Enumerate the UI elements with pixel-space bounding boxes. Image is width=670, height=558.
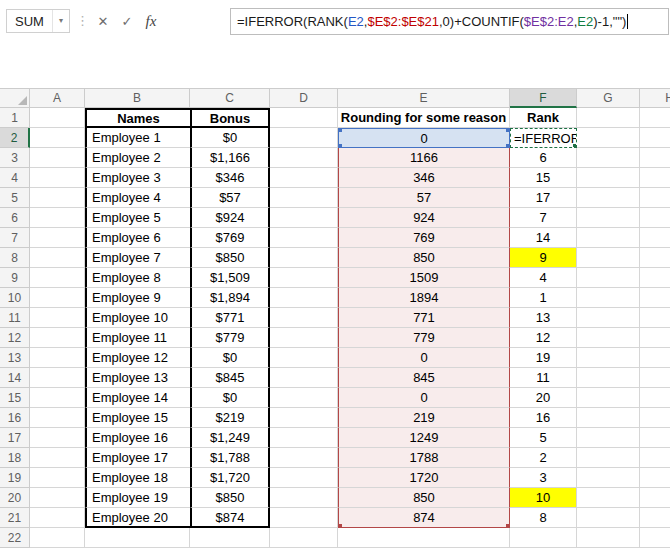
cell-A11[interactable]	[30, 308, 85, 328]
cell-B8[interactable]: Employee 7	[85, 248, 190, 268]
cell-F22[interactable]	[510, 528, 577, 548]
cell-B5[interactable]: Employee 4	[85, 188, 190, 208]
insert-function-button[interactable]: fx	[140, 9, 162, 33]
cell-A1[interactable]	[30, 108, 85, 128]
cell-B2[interactable]: Employee 1	[85, 128, 190, 148]
cell-B16[interactable]: Employee 15	[85, 408, 190, 428]
cell-A10[interactable]	[30, 288, 85, 308]
cell-H11[interactable]	[640, 308, 670, 328]
cell-A13[interactable]	[30, 348, 85, 368]
cell-C10[interactable]: $1,894	[190, 288, 270, 308]
cell-G12[interactable]	[577, 328, 640, 348]
cell-G4[interactable]	[577, 168, 640, 188]
cell-E6[interactable]: 924	[338, 208, 510, 228]
cell-G13[interactable]	[577, 348, 640, 368]
cell-F4[interactable]: 15	[510, 168, 577, 188]
cell-E8[interactable]: 850	[338, 248, 510, 268]
cell-A19[interactable]	[30, 468, 85, 488]
cell-C5[interactable]: $57	[190, 188, 270, 208]
row-header-7[interactable]: 7	[0, 228, 30, 248]
row-header-8[interactable]: 8	[0, 248, 30, 268]
cell-G22[interactable]	[577, 528, 640, 548]
cell-D18[interactable]	[270, 448, 338, 468]
cell-H21[interactable]	[640, 508, 670, 528]
name-box[interactable]: SUM ▾	[6, 9, 70, 33]
cell-C14[interactable]: $845	[190, 368, 270, 388]
enter-button[interactable]: ✓	[116, 9, 138, 33]
cell-D9[interactable]	[270, 268, 338, 288]
cell-B3[interactable]: Employee 2	[85, 148, 190, 168]
row-header-2[interactable]: 2	[0, 128, 30, 148]
cell-B15[interactable]: Employee 14	[85, 388, 190, 408]
selection-handle[interactable]	[338, 128, 342, 132]
cell-E16[interactable]: 219	[338, 408, 510, 428]
cell-D21[interactable]	[270, 508, 338, 528]
row-header-3[interactable]: 3	[0, 148, 30, 168]
formula-input[interactable]: =IFERROR(RANK(E2,$E$2:$E$21,0)+COUNTIF($…	[230, 8, 669, 35]
column-header-c[interactable]: C	[190, 89, 270, 108]
cell-B21[interactable]: Employee 20	[85, 508, 190, 528]
cell-E14[interactable]: 845	[338, 368, 510, 388]
cell-F2[interactable]: =IFERROR	[510, 128, 577, 148]
cell-F7[interactable]: 14	[510, 228, 577, 248]
cell-H17[interactable]	[640, 428, 670, 448]
cell-H19[interactable]	[640, 468, 670, 488]
cell-D12[interactable]	[270, 328, 338, 348]
cell-G9[interactable]	[577, 268, 640, 288]
cell-F9[interactable]: 4	[510, 268, 577, 288]
cell-D10[interactable]	[270, 288, 338, 308]
cell-H13[interactable]	[640, 348, 670, 368]
cell-F19[interactable]: 3	[510, 468, 577, 488]
cell-A15[interactable]	[30, 388, 85, 408]
cell-E22[interactable]	[338, 528, 510, 548]
select-all-corner[interactable]	[0, 89, 30, 108]
cell-D20[interactable]	[270, 488, 338, 508]
row-header-10[interactable]: 10	[0, 288, 30, 308]
cell-E19[interactable]: 1720	[338, 468, 510, 488]
cell-F14[interactable]: 11	[510, 368, 577, 388]
column-header-b[interactable]: B	[85, 89, 190, 108]
cell-C6[interactable]: $924	[190, 208, 270, 228]
cell-D19[interactable]	[270, 468, 338, 488]
cell-C18[interactable]: $1,788	[190, 448, 270, 468]
cell-C12[interactable]: $779	[190, 328, 270, 348]
cell-B10[interactable]: Employee 9	[85, 288, 190, 308]
cell-H18[interactable]	[640, 448, 670, 468]
cell-D7[interactable]	[270, 228, 338, 248]
cell-E11[interactable]: 771	[338, 308, 510, 328]
cell-D17[interactable]	[270, 428, 338, 448]
cell-E1[interactable]: Rounding for some reason	[338, 108, 510, 128]
column-header-e[interactable]: E	[338, 89, 510, 108]
column-header-f[interactable]: F	[510, 89, 577, 108]
cell-E3[interactable]: 1166	[338, 148, 510, 168]
cell-G5[interactable]	[577, 188, 640, 208]
cell-A5[interactable]	[30, 188, 85, 208]
cell-D15[interactable]	[270, 388, 338, 408]
cell-A21[interactable]	[30, 508, 85, 528]
cell-H7[interactable]	[640, 228, 670, 248]
cell-D5[interactable]	[270, 188, 338, 208]
cell-B18[interactable]: Employee 17	[85, 448, 190, 468]
cell-G7[interactable]	[577, 228, 640, 248]
cell-F3[interactable]: 6	[510, 148, 577, 168]
cell-A4[interactable]	[30, 168, 85, 188]
cell-A20[interactable]	[30, 488, 85, 508]
row-header-6[interactable]: 6	[0, 208, 30, 228]
row-header-22[interactable]: 22	[0, 528, 30, 548]
cell-A14[interactable]	[30, 368, 85, 388]
cell-C21[interactable]: $874	[190, 508, 270, 528]
cell-B7[interactable]: Employee 6	[85, 228, 190, 248]
cell-D1[interactable]	[270, 108, 338, 128]
cell-C13[interactable]: $0	[190, 348, 270, 368]
cell-E20[interactable]: 850	[338, 488, 510, 508]
cell-F5[interactable]: 17	[510, 188, 577, 208]
row-header-17[interactable]: 17	[0, 428, 30, 448]
cell-C7[interactable]: $769	[190, 228, 270, 248]
row-header-13[interactable]: 13	[0, 348, 30, 368]
cell-B14[interactable]: Employee 13	[85, 368, 190, 388]
row-header-21[interactable]: 21	[0, 508, 30, 528]
row-header-15[interactable]: 15	[0, 388, 30, 408]
cell-A12[interactable]	[30, 328, 85, 348]
cancel-button[interactable]: ✕	[92, 9, 114, 33]
row-header-19[interactable]: 19	[0, 468, 30, 488]
